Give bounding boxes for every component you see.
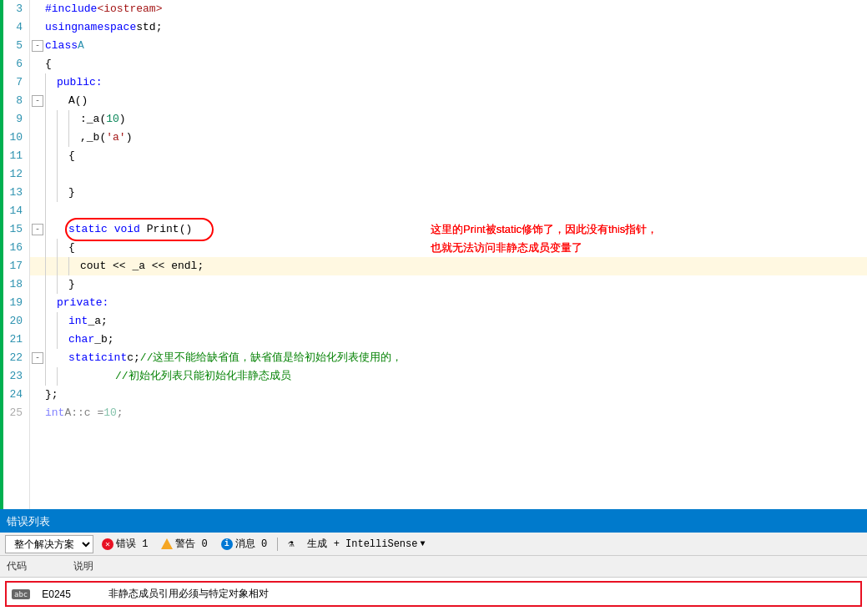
code-line-3: #include<iostream> [30,0,867,18]
code-line-4: using namespace std; [30,18,867,37]
code-line-25: int A::c = 10; [30,404,867,422]
warning-count-label: 警告 0 [175,537,207,551]
ln-25: 25 [3,404,23,422]
build-dropdown-btn[interactable]: 生成 + IntelliSense ▼ [302,535,430,553]
ln-12: 12 [3,165,23,184]
ln-20: 20 [3,312,23,331]
ln-16: 16 [3,239,23,257]
collapse-15[interactable]: - [32,224,43,235]
error-desc-0: 非静态成员引用必须与特定对象相对 [102,585,860,603]
ln-18: 18 [3,275,23,294]
code-line-11: { [30,147,867,165]
code-line-13: } [30,184,867,202]
ln-17: 17 [3,257,23,275]
col-header-desc: 说明 [67,558,867,575]
error-panel-header: 错误列表 [0,511,867,533]
build-chevron-icon: ▼ [420,539,425,548]
code-line-15: - static void Print() 这里的Print被static修饰了… [30,220,867,239]
annotation-line16: 也就无法访问非静态成员变量了 [431,239,582,257]
code-line-24: }; [30,386,867,404]
code-line-6: { [30,55,867,73]
code-line-14 [30,202,867,220]
annotation-line15: 这里的Print被static修饰了，因此没有this指针， [431,220,658,239]
ln-9: 9 [3,110,23,129]
collapse-5[interactable]: - [32,40,43,52]
code-line-16: { 也就无法访问非静态成员变量了 [30,239,867,257]
ln-23: 23 [3,367,23,386]
ln-7: 7 [3,73,23,92]
code-line-17: cout << _a << endl; [30,257,867,275]
error-table-header: 代码 说明 [0,556,867,578]
ln-11: 11 [3,147,23,165]
build-label: 生成 + IntelliSense [307,537,417,551]
toolbar-divider [277,538,278,551]
code-line-22: - static int c;//这里不能给缺省值，缺省值是给初始化列表使用的， [30,349,867,367]
error-row-icon-0: abc [7,589,35,599]
filter-icon: ⚗ [288,538,294,550]
abc-badge: abc [12,589,30,599]
filter-btn[interactable]: ⚗ [283,535,299,553]
ln-8: 8 [3,92,23,110]
code-line-20: int _a; [30,312,867,331]
code-line-7: public: [30,73,867,92]
ln-24: 24 [3,386,23,404]
ln-4: 4 [3,18,23,37]
error-code-0: E0245 [35,587,102,602]
error-panel-title: 错误列表 [7,514,50,529]
code-line-5: - class A [30,37,867,55]
code-line-18: } [30,275,867,294]
line-numbers: 3 4 5 6 7 8 9 10 11 12 13 14 15 16 17 18… [0,0,30,509]
ln-3: 3 [3,0,23,18]
code-line-21: char _b; [30,331,867,349]
error-count-btn[interactable]: ✕ 错误 1 [97,535,153,553]
error-row-0[interactable]: abc E0245 非静态成员引用必须与特定对象相对 [5,581,862,607]
collapse-22[interactable]: - [32,352,43,364]
col-header-code: 代码 [0,558,67,575]
ln-5: 5 [3,37,23,55]
code-line-23: //初始化列表只能初始化非静态成员 [30,367,867,386]
collapse-8[interactable]: - [32,95,43,107]
warning-count-btn[interactable]: 警告 0 [156,535,212,553]
ln-21: 21 [3,331,23,349]
code-line-9: :_a(10) [30,110,867,129]
editor-area: 3 4 5 6 7 8 9 10 11 12 13 14 15 16 17 18… [0,0,867,509]
warning-icon [161,538,173,549]
info-count-btn[interactable]: i 消息 0 [216,535,272,553]
code-line-8: - A() [30,92,867,110]
error-toolbar: 整个解决方案 ✕ 错误 1 警告 0 i 消息 0 ⚗ 生成 + Intelli… [0,533,867,556]
info-icon: i [221,538,233,550]
code-line-10: ,_b('a') [30,129,867,147]
error-icon: ✕ [102,538,113,550]
ln-14: 14 [3,202,23,220]
scope-dropdown[interactable]: 整个解决方案 [5,535,93,553]
code-line-12 [30,165,867,184]
ln-22: 22 [3,349,23,367]
code-wrapper: #include<iostream> using namespace std; … [30,0,867,509]
code-line-19: private: [30,294,867,312]
error-panel: 错误列表 整个解决方案 ✕ 错误 1 警告 0 i 消息 0 ⚗ 生成 + In… [0,509,867,616]
left-bar [0,0,3,509]
error-count-label: 错误 1 [116,537,148,551]
ln-10: 10 [3,129,23,147]
code-lines: #include<iostream> using namespace std; … [30,0,867,422]
info-count-label: 消息 0 [235,537,267,551]
ln-6: 6 [3,55,23,73]
ln-19: 19 [3,294,23,312]
error-table: 代码 说明 abc E0245 非静态成员引用必须与特定对象相对 [0,556,867,616]
ln-13: 13 [3,184,23,202]
ln-15: 15 [3,220,23,239]
